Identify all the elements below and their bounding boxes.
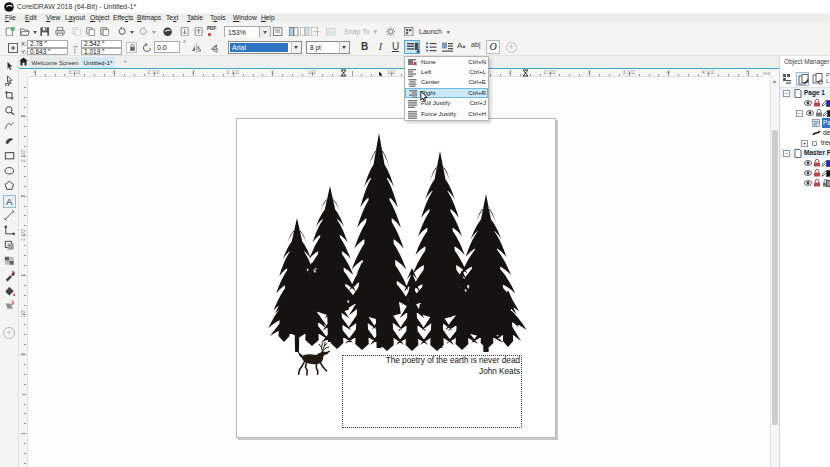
svg-text:A: A — [6, 196, 13, 207]
